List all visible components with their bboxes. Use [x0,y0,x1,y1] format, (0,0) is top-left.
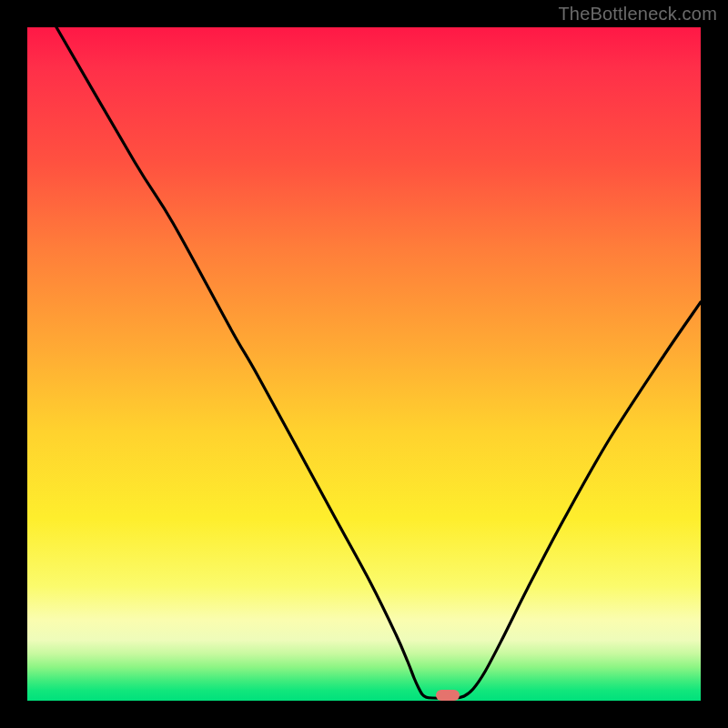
plot-area [27,27,701,701]
watermark-text: TheBottleneck.com [558,4,717,25]
bottleneck-curve [27,27,701,701]
chart-frame: TheBottleneck.com [0,0,728,728]
optimum-marker [436,690,460,701]
curve-path [56,27,701,698]
